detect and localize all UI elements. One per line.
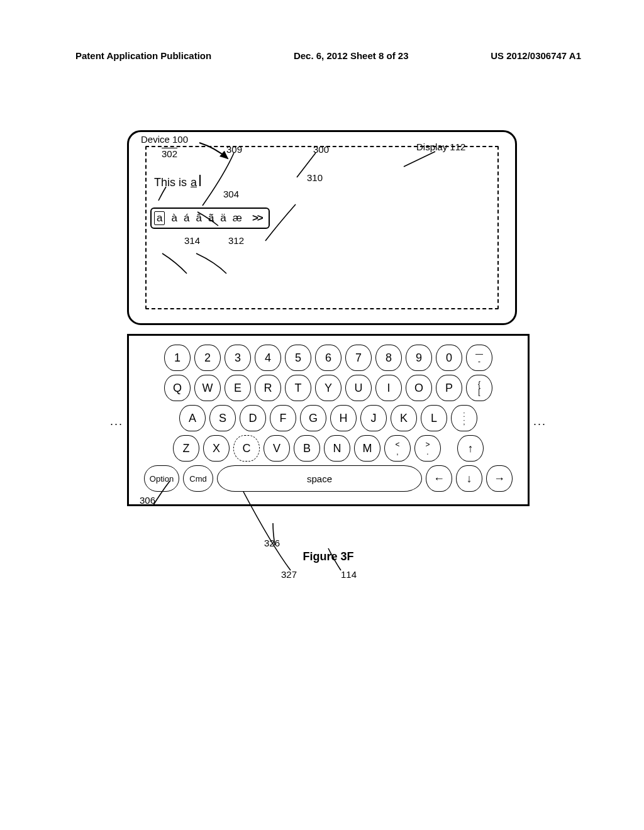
key-z[interactable]: Z [173, 435, 199, 462]
key-row-4: Z X C V B N M < , > . ↑ [144, 435, 513, 462]
key-o[interactable]: O [406, 375, 432, 401]
header-left: Patent Application Publication [75, 50, 211, 61]
ref-304: 304 [223, 189, 239, 199]
key-h[interactable]: H [330, 405, 357, 431]
key-b[interactable]: B [294, 435, 320, 462]
key-3[interactable]: 3 [225, 345, 251, 371]
key-m[interactable]: M [354, 435, 380, 462]
key-n[interactable]: N [324, 435, 350, 462]
key-k[interactable]: K [391, 405, 417, 431]
key-y[interactable]: Y [315, 375, 341, 401]
header-center: Dec. 6, 2012 Sheet 8 of 23 [294, 50, 409, 61]
key-space[interactable]: space [217, 465, 422, 492]
key-option[interactable]: Option [144, 465, 179, 492]
key-t[interactable]: T [285, 375, 311, 401]
key-g[interactable]: G [300, 405, 326, 431]
display-frame: 302 This is a 310 304 a à á â ã ä æ >> [127, 130, 517, 325]
key-2[interactable]: 2 [194, 345, 221, 371]
key-6[interactable]: 6 [315, 345, 341, 371]
key-7[interactable]: 7 [345, 345, 372, 371]
ref-310: 310 [307, 172, 323, 183]
key-f[interactable]: F [270, 405, 296, 431]
key-arrow-down[interactable]: ↓ [456, 465, 482, 492]
key-r[interactable]: R [255, 375, 281, 401]
typed-char: a [191, 176, 197, 189]
text-cursor [199, 175, 201, 186]
typed-prefix: This is [154, 176, 187, 189]
key-cmd[interactable]: Cmd [183, 465, 213, 492]
key-row-5: Option Cmd space ← ↓ → [144, 465, 513, 492]
key-arrow-up[interactable]: ↑ [457, 435, 484, 462]
key-q[interactable]: Q [164, 375, 191, 401]
key-dash[interactable]: — - [466, 345, 492, 371]
ref-302: 302 [162, 148, 177, 159]
ref-314: 314 [184, 235, 200, 246]
key-1[interactable]: 1 [164, 345, 191, 371]
key-d[interactable]: D [240, 405, 266, 431]
key-9[interactable]: 9 [406, 345, 432, 371]
ellipsis-left: ··· [110, 418, 123, 431]
key-arrow-right[interactable]: → [486, 465, 513, 492]
accent-opt-2[interactable]: â [196, 212, 201, 224]
figure-caption: Figure 3F [127, 550, 530, 563]
key-4[interactable]: 4 [255, 345, 281, 371]
key-j[interactable]: J [360, 405, 387, 431]
key-comma[interactable]: < , [384, 435, 411, 462]
key-c[interactable]: C [233, 435, 260, 462]
accent-opt-4[interactable]: ä [220, 212, 226, 224]
key-i[interactable]: I [375, 375, 402, 401]
key-0[interactable]: 0 [436, 345, 462, 371]
accent-opt-3[interactable]: ã [208, 212, 214, 224]
accent-more[interactable]: >> [252, 212, 262, 224]
key-a[interactable]: A [179, 405, 206, 431]
key-u[interactable]: U [345, 375, 372, 401]
key-x[interactable]: X [203, 435, 230, 462]
text-region: 302 This is a 310 304 a à á â ã ä æ >> [145, 146, 499, 309]
key-5[interactable]: 5 [285, 345, 311, 371]
key-period[interactable]: > . [414, 435, 441, 462]
key-e[interactable]: E [225, 375, 251, 401]
key-arrow-left[interactable]: ← [426, 465, 452, 492]
accent-popup[interactable]: a à á â ã ä æ >> [150, 208, 270, 229]
key-semicolon[interactable]: : ; [451, 405, 477, 431]
key-8[interactable]: 8 [375, 345, 402, 371]
key-row-1: 1 2 3 4 5 6 7 8 9 0 — - [144, 345, 513, 371]
keyboard: ··· ··· 1 2 3 4 5 6 7 8 9 0 — - Q W [127, 334, 530, 506]
key-row-2: Q W E R T Y U I O P { [ [144, 375, 513, 401]
key-l[interactable]: L [421, 405, 447, 431]
key-row-3: A S D F G H J K L : ; [144, 405, 513, 431]
key-bracket[interactable]: { [ [466, 375, 492, 401]
header-right: US 2012/0306747 A1 [491, 50, 581, 61]
ref-326: 326 [264, 538, 280, 548]
accent-opt-5[interactable]: æ [233, 212, 242, 224]
key-w[interactable]: W [194, 375, 221, 401]
key-p[interactable]: P [436, 375, 462, 401]
figure: Device 100 309 300 Display 112 302 This … [127, 130, 530, 563]
ellipsis-right: ··· [533, 418, 547, 431]
ref-306: 306 [140, 495, 155, 506]
ref-327: 327 [281, 569, 297, 580]
accent-opt-0[interactable]: à [171, 212, 177, 224]
ref-312: 312 [228, 235, 244, 246]
accent-opt-1[interactable]: á [184, 212, 189, 224]
ref-114: 114 [341, 569, 357, 580]
key-v[interactable]: V [264, 435, 290, 462]
key-s[interactable]: S [209, 405, 236, 431]
accent-selected[interactable]: a [154, 211, 165, 225]
